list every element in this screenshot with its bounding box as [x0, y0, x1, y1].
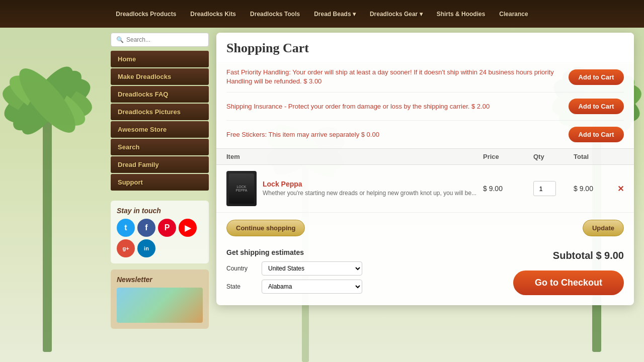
upsell-item-1: Fast Priority Handling: Your order will … [226, 62, 624, 93]
total-value: $ 9.00 [574, 185, 593, 193]
checkout-section: Subtotal $ 9.00 Go to Checkout [513, 250, 634, 305]
header-total: Total [574, 153, 624, 160]
upsell-text-1: Fast Priority Handling: Your order will … [226, 68, 561, 86]
google-icon[interactable]: g+ [117, 239, 135, 257]
cart-item-info: LOCKPEPPA Lock Peppa Whether you're star… [226, 171, 483, 206]
newsletter-image [117, 288, 203, 323]
state-select[interactable]: Alabama Alaska Arizona [262, 280, 362, 294]
header-price: Price [483, 153, 533, 160]
product-qty [533, 181, 574, 196]
sidebar-item-store[interactable]: Awesome Store [111, 121, 209, 138]
upsell-item-3: Free Stickers: This item may arrive sepa… [226, 121, 624, 148]
nav-item-gear[interactable]: Dreadlocks Gear [365, 8, 428, 21]
nav-item-clearance[interactable]: Clearance [494, 8, 533, 21]
main-content: Shopping Cart Fast Priority Handling: Yo… [216, 33, 634, 305]
quantity-input[interactable] [533, 181, 556, 196]
header-item: Item [226, 153, 483, 160]
linkedin-icon[interactable]: in [137, 239, 155, 257]
add-to-cart-button-2[interactable]: Add to Cart [569, 99, 624, 114]
sidebar: 🔍 Home Make Dreadlocks Dreadlocks FAQ Dr… [111, 33, 209, 329]
nav-item-beads[interactable]: Dread Beads [309, 8, 361, 21]
cart-panel: Shopping Cart Fast Priority Handling: Yo… [216, 33, 634, 305]
sidebar-item-dread-family[interactable]: Dread Family [111, 156, 209, 173]
search-box[interactable]: 🔍 [111, 33, 209, 47]
upsell-item-2: Shipping Insurance - Protect your order … [226, 93, 624, 121]
add-to-cart-button-3[interactable]: Add to Cart [569, 127, 624, 142]
cart-actions: Continue shopping Update [216, 213, 634, 243]
shipping-section: Get shipping estimates Country United St… [216, 243, 372, 305]
country-select[interactable]: United States Canada United Kingdom [262, 261, 362, 276]
search-input[interactable] [126, 36, 203, 43]
pinterest-icon[interactable]: P [158, 219, 176, 237]
table-row: LOCKPEPPA Lock Peppa Whether you're star… [216, 165, 634, 213]
shipping-title: Get shipping estimates [226, 248, 362, 256]
upsell-text-2: Shipping Insurance - Protect your order … [226, 102, 561, 111]
state-label: State [226, 283, 257, 290]
sidebar-menu: Home Make Dreadlocks Dreadlocks FAQ Drea… [111, 51, 209, 191]
product-description: Whether you're starting new dreads or he… [263, 190, 476, 198]
product-total: $ 9.00 ✕ [574, 184, 624, 194]
svg-rect-0 [43, 101, 52, 352]
nav-item-tools[interactable]: Dreadlocks Tools [245, 8, 305, 21]
product-name[interactable]: Lock Peppa [263, 180, 476, 188]
continue-shopping-button[interactable]: Continue shopping [226, 220, 305, 236]
facebook-icon[interactable]: f [137, 219, 155, 237]
product-image-label: LOCKPEPPA [235, 184, 249, 193]
youtube-icon[interactable]: ▶ [179, 219, 197, 237]
cart-header: Shopping Cart [216, 33, 634, 62]
cart-table-header: Item Price Qty Total [216, 148, 634, 165]
remove-button[interactable]: ✕ [617, 184, 624, 194]
cart-bottom: Get shipping estimates Country United St… [216, 243, 634, 305]
sidebar-item-support[interactable]: Support [111, 174, 209, 191]
cart-title: Shopping Cart [226, 41, 624, 56]
country-label: Country [226, 265, 257, 272]
update-button[interactable]: Update [583, 220, 624, 236]
subtotal-value: $ 9.00 [596, 250, 624, 261]
newsletter-title: Newsletter [117, 276, 203, 284]
checkout-button[interactable]: Go to Checkout [513, 270, 624, 295]
product-image: LOCKPEPPA [226, 171, 257, 206]
sidebar-item-pictures[interactable]: Dreadlocks Pictures [111, 104, 209, 120]
product-price: $ 9.00 [483, 185, 533, 193]
sidebar-item-faq[interactable]: Dreadlocks FAQ [111, 86, 209, 103]
add-to-cart-button-1[interactable]: Add to Cart [569, 69, 624, 85]
nav-item-shirts[interactable]: Shirts & Hoodies [432, 8, 491, 21]
search-icon: 🔍 [116, 36, 124, 43]
header-qty: Qty [533, 153, 574, 160]
product-image-inner: LOCKPEPPA [229, 173, 254, 204]
social-title: Stay in touch [117, 207, 203, 215]
product-details: Lock Peppa Whether you're starting new d… [263, 180, 476, 198]
upsell-section: Fast Priority Handling: Your order will … [216, 62, 634, 148]
twitter-icon[interactable]: t [117, 219, 135, 237]
country-row: Country United States Canada United King… [226, 261, 362, 276]
social-icons-list: t f P ▶ g+ in [117, 219, 203, 257]
nav-item-products[interactable]: Dreadlocks Products [111, 8, 181, 21]
sidebar-item-home[interactable]: Home [111, 51, 209, 67]
upsell-text-3: Free Stickers: This item may arrive sepa… [226, 130, 561, 139]
top-navigation: Dreadlocks Products Dreadlocks Kits Drea… [0, 0, 644, 28]
subtotal-display: Subtotal $ 9.00 [513, 250, 634, 265]
state-row: State Alabama Alaska Arizona [226, 280, 362, 294]
sidebar-item-make-dreadlocks[interactable]: Make Dreadlocks [111, 68, 209, 85]
nav-item-kits[interactable]: Dreadlocks Kits [185, 8, 241, 21]
newsletter-section: Newsletter [111, 269, 209, 329]
sidebar-item-search[interactable]: Search [111, 139, 209, 155]
subtotal-label: Subtotal [553, 250, 593, 261]
social-section: Stay in touch t f P ▶ g+ in [111, 201, 209, 263]
